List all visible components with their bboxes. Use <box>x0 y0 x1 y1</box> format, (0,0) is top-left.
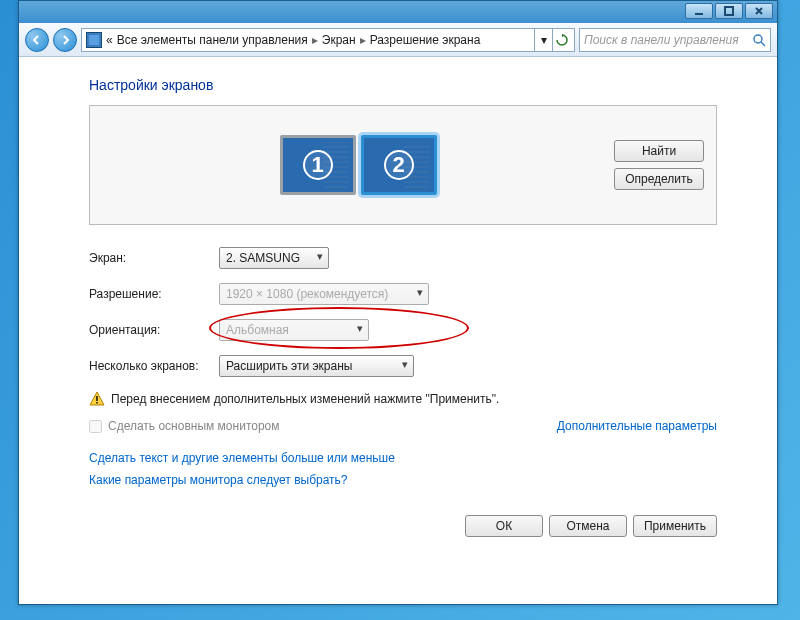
breadcrumb-item[interactable]: Экран <box>322 33 356 47</box>
search-placeholder: Поиск в панели управления <box>584 33 739 47</box>
content: Настройки экранов 1 2 Найти Определить Э… <box>19 57 777 557</box>
svg-rect-1 <box>725 7 733 15</box>
primary-monitor-row: Сделать основным монитором Дополнительны… <box>89 419 717 433</box>
row-resolution: Разрешение: 1920 × 1080 (рекомендуется) <box>89 283 717 305</box>
refresh-button[interactable] <box>552 29 570 51</box>
warning-icon <box>89 391 105 407</box>
monitor-2[interactable]: 2 <box>361 135 437 195</box>
breadcrumb-item[interactable]: Разрешение экрана <box>370 33 481 47</box>
breadcrumb-item[interactable]: Все элементы панели управления <box>117 33 308 47</box>
maximize-button[interactable] <box>715 3 743 19</box>
monitor-1[interactable]: 1 <box>280 135 356 195</box>
search-icon <box>752 33 766 47</box>
close-button[interactable] <box>745 3 773 19</box>
resolution-label: Разрешение: <box>89 287 219 301</box>
control-panel-icon <box>86 32 102 48</box>
breadcrumb-sep: ▸ <box>312 33 318 47</box>
screen-label: Экран: <box>89 251 219 265</box>
resolution-select[interactable]: 1920 × 1080 (рекомендуется) <box>219 283 429 305</box>
find-button[interactable]: Найти <box>614 140 704 162</box>
identify-button[interactable]: Определить <box>614 168 704 190</box>
primary-monitor-label: Сделать основным монитором <box>108 419 280 433</box>
search-box[interactable]: Поиск в панели управления <box>579 28 771 52</box>
extra-params-link[interactable]: Дополнительные параметры <box>557 419 717 433</box>
address-dropdown-button[interactable]: ▾ <box>534 29 552 51</box>
button-bar: ОК Отмена Применить <box>89 515 717 537</box>
multiple-displays-select[interactable]: Расширить эти экраны <box>219 355 414 377</box>
titlebar <box>19 1 777 23</box>
svg-rect-0 <box>695 13 703 15</box>
back-button[interactable] <box>25 28 49 52</box>
window: « Все элементы панели управления ▸ Экран… <box>18 0 778 605</box>
monitor-preview: 1 2 Найти Определить <box>89 105 717 225</box>
address-bar[interactable]: « Все элементы панели управления ▸ Экран… <box>81 28 575 52</box>
warning-row: Перед внесением дополнительных изменений… <box>89 391 717 407</box>
row-multiple-displays: Несколько экранов: Расширить эти экраны <box>89 355 717 377</box>
warning-text: Перед внесением дополнительных изменений… <box>111 392 499 406</box>
multiple-label: Несколько экранов: <box>89 359 219 373</box>
navbar: « Все элементы панели управления ▸ Экран… <box>19 23 777 57</box>
page-heading: Настройки экранов <box>89 77 717 93</box>
svg-rect-4 <box>96 402 97 404</box>
cancel-button[interactable]: Отмена <box>549 515 627 537</box>
forward-button[interactable] <box>53 28 77 52</box>
row-orientation: Ориентация: Альбомная <box>89 319 717 341</box>
minimize-button[interactable] <box>685 3 713 19</box>
screen-select[interactable]: 2. SAMSUNG <box>219 247 329 269</box>
row-screen: Экран: 2. SAMSUNG <box>89 247 717 269</box>
link-monitor-help[interactable]: Какие параметры монитора следует выбрать… <box>89 473 717 487</box>
link-text-size[interactable]: Сделать текст и другие элементы больше и… <box>89 451 717 465</box>
orientation-label: Ориентация: <box>89 323 219 337</box>
breadcrumb-prefix: « <box>106 33 113 47</box>
primary-monitor-checkbox <box>89 420 102 433</box>
ok-button[interactable]: ОК <box>465 515 543 537</box>
svg-point-2 <box>754 35 762 43</box>
apply-button[interactable]: Применить <box>633 515 717 537</box>
breadcrumb-sep: ▸ <box>360 33 366 47</box>
orientation-select[interactable]: Альбомная <box>219 319 369 341</box>
svg-rect-3 <box>96 396 97 401</box>
